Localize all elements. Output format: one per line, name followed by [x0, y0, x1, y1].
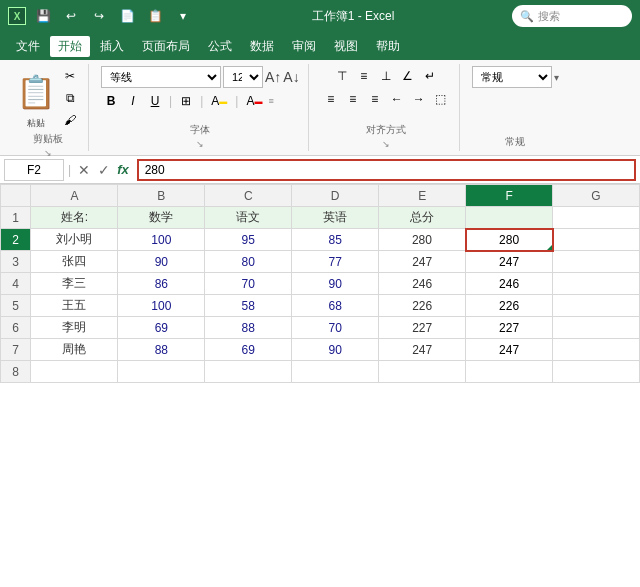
cell-C1[interactable]: 语文: [205, 207, 292, 229]
decrease-font-button[interactable]: A↓: [283, 69, 299, 85]
text-angle-button[interactable]: ∠: [398, 66, 418, 86]
cell-A4[interactable]: 李三: [31, 273, 118, 295]
cell-B8[interactable]: [118, 361, 205, 383]
cell-E3[interactable]: 247: [379, 251, 466, 273]
align-expand-icon[interactable]: ↘: [382, 139, 390, 149]
outdent-button[interactable]: ←: [387, 89, 407, 109]
search-box[interactable]: 🔍 搜索: [512, 5, 632, 27]
merge-center-button[interactable]: ⬚: [431, 89, 451, 109]
cell-G2[interactable]: [553, 229, 640, 251]
menu-file[interactable]: 文件: [8, 36, 48, 57]
col-header-G[interactable]: G: [553, 185, 640, 207]
row-header-3[interactable]: 3: [1, 251, 31, 273]
row-header-5[interactable]: 5: [1, 295, 31, 317]
cell-B3[interactable]: 90: [118, 251, 205, 273]
cell-C7[interactable]: 69: [205, 339, 292, 361]
cell-D1[interactable]: 英语: [292, 207, 379, 229]
cell-F6[interactable]: 227: [466, 317, 553, 339]
menu-insert[interactable]: 插入: [92, 36, 132, 57]
cell-C4[interactable]: 70: [205, 273, 292, 295]
number-dropdown-icon[interactable]: ▾: [554, 72, 559, 83]
toolbar-btn-2[interactable]: 📋: [144, 5, 166, 27]
confirm-formula-icon[interactable]: ✓: [95, 162, 113, 178]
cell-G5[interactable]: [553, 295, 640, 317]
cell-F4[interactable]: 246: [466, 273, 553, 295]
col-header-A[interactable]: A: [31, 185, 118, 207]
cell-C5[interactable]: 58: [205, 295, 292, 317]
cell-D7[interactable]: 90: [292, 339, 379, 361]
menu-data[interactable]: 数据: [242, 36, 282, 57]
bold-button[interactable]: B: [101, 91, 121, 111]
cell-D3[interactable]: 77: [292, 251, 379, 273]
cell-B2[interactable]: 100: [118, 229, 205, 251]
cell-D8[interactable]: [292, 361, 379, 383]
cell-E8[interactable]: [379, 361, 466, 383]
menu-layout[interactable]: 页面布局: [134, 36, 198, 57]
copy-button[interactable]: ⧉: [60, 88, 80, 108]
cell-G3[interactable]: [553, 251, 640, 273]
cell-F7[interactable]: 247: [466, 339, 553, 361]
align-middle-button[interactable]: ≡: [354, 66, 374, 86]
cell-D4[interactable]: 90: [292, 273, 379, 295]
cell-E4[interactable]: 246: [379, 273, 466, 295]
cell-G7[interactable]: [553, 339, 640, 361]
align-top-button[interactable]: ⊤: [332, 66, 352, 86]
font-wrap-button[interactable]: ≡: [268, 96, 273, 106]
cell-E1[interactable]: 总分: [379, 207, 466, 229]
row-header-7[interactable]: 7: [1, 339, 31, 361]
cell-F2[interactable]: 280: [466, 229, 553, 251]
align-bottom-button[interactable]: ⊥: [376, 66, 396, 86]
cell-F3[interactable]: 247: [466, 251, 553, 273]
cell-B1[interactable]: 数学: [118, 207, 205, 229]
row-header-1[interactable]: 1: [1, 207, 31, 229]
menu-home[interactable]: 开始: [50, 36, 90, 57]
cell-B5[interactable]: 100: [118, 295, 205, 317]
align-left-button[interactable]: ≡: [321, 89, 341, 109]
underline-button[interactable]: U: [145, 91, 165, 111]
cell-D5[interactable]: 68: [292, 295, 379, 317]
cell-A3[interactable]: 张四: [31, 251, 118, 273]
col-header-D[interactable]: D: [292, 185, 379, 207]
cell-F5[interactable]: 226: [466, 295, 553, 317]
undo-button[interactable]: ↩: [60, 5, 82, 27]
cell-G8[interactable]: [553, 361, 640, 383]
format-painter-button[interactable]: 🖌: [60, 110, 80, 130]
cell-B6[interactable]: 69: [118, 317, 205, 339]
clipboard-expand-icon[interactable]: ↘: [44, 148, 52, 158]
align-center-button[interactable]: ≡: [343, 89, 363, 109]
cell-G6[interactable]: [553, 317, 640, 339]
row-header-2[interactable]: 2: [1, 229, 31, 251]
cell-A8[interactable]: [31, 361, 118, 383]
cell-reference-box[interactable]: F2: [4, 159, 64, 181]
cut-button[interactable]: ✂: [60, 66, 80, 86]
cell-D2[interactable]: 85: [292, 229, 379, 251]
cell-E5[interactable]: 226: [379, 295, 466, 317]
cell-A1[interactable]: 姓名:: [31, 207, 118, 229]
formula-input[interactable]: [137, 159, 636, 181]
row-header-4[interactable]: 4: [1, 273, 31, 295]
indent-button[interactable]: →: [409, 89, 429, 109]
col-header-C[interactable]: C: [205, 185, 292, 207]
wrap-text-button[interactable]: ↵: [420, 66, 440, 86]
cell-B4[interactable]: 86: [118, 273, 205, 295]
cell-C3[interactable]: 80: [205, 251, 292, 273]
cell-C2[interactable]: 95: [205, 229, 292, 251]
row-header-8[interactable]: 8: [1, 361, 31, 383]
font-color-button[interactable]: A▬: [242, 91, 266, 111]
font-name-selector[interactable]: 等线: [101, 66, 221, 88]
italic-button[interactable]: I: [123, 91, 143, 111]
cell-D6[interactable]: 70: [292, 317, 379, 339]
menu-view[interactable]: 视图: [326, 36, 366, 57]
fill-color-button[interactable]: A▬: [207, 91, 231, 111]
cell-C8[interactable]: [205, 361, 292, 383]
cell-F8[interactable]: [466, 361, 553, 383]
col-header-E[interactable]: E: [379, 185, 466, 207]
cell-C6[interactable]: 88: [205, 317, 292, 339]
menu-help[interactable]: 帮助: [368, 36, 408, 57]
font-expand-icon[interactable]: ↘: [196, 139, 204, 149]
cell-E2[interactable]: 280: [379, 229, 466, 251]
cancel-formula-icon[interactable]: ✕: [75, 162, 93, 178]
toolbar-dropdown[interactable]: ▾: [172, 5, 194, 27]
cell-F1[interactable]: [466, 207, 553, 229]
increase-font-button[interactable]: A↑: [265, 69, 281, 85]
